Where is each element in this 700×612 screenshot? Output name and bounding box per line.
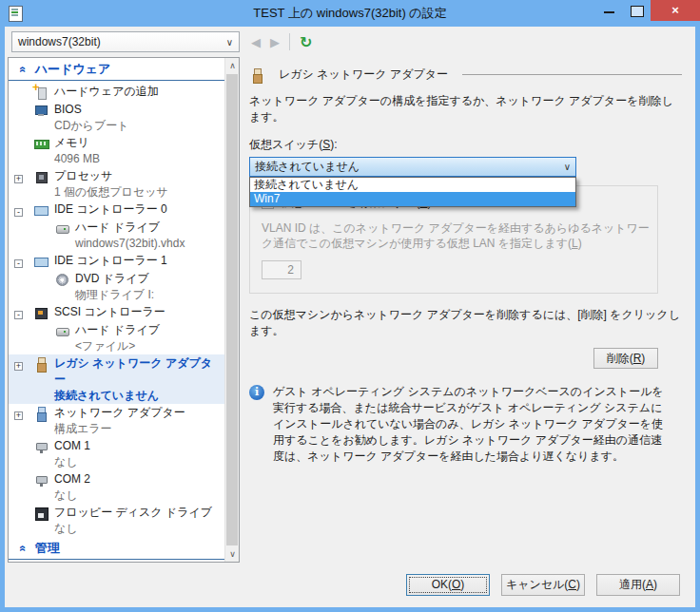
sidebar-item-ide-controller-0[interactable]: - IDE コントローラー 0	[9, 201, 224, 219]
sidebar-item-com2[interactable]: COM 2なし	[9, 470, 224, 504]
vm-selector-value: windows7(32bit)	[18, 35, 226, 48]
dvd-drive-icon	[54, 272, 69, 287]
legacy-network-adapter-icon	[33, 356, 49, 372]
info-text: ゲスト オペレーティング システムのネットワークベースのインストールを実行する場…	[273, 384, 672, 465]
dialog-footer: OK(O) キャンセル(C) 適用(A)	[5, 563, 695, 607]
scrollbar-thumb[interactable]	[226, 74, 238, 545]
collapse-section-icon: «	[16, 67, 29, 73]
hardware-section-header[interactable]: « ハードウェア	[9, 58, 224, 81]
sidebar-item-com1[interactable]: COM 1なし	[9, 437, 224, 470]
virtual-switch-dropdown-list: 接続されていません Win7	[249, 177, 576, 207]
chevron-down-icon: ∨	[226, 37, 233, 48]
back-icon[interactable]: ◀	[251, 35, 261, 49]
ide-controller-icon	[33, 254, 49, 269]
scroll-up-icon[interactable]: ∧	[225, 58, 240, 73]
forward-icon[interactable]: ▶	[270, 35, 280, 49]
sidebar-item-ide-controller-1[interactable]: - IDE コントローラー 1	[9, 252, 224, 270]
scroll-down-icon[interactable]: ∨	[225, 546, 240, 562]
processor-icon	[33, 169, 49, 184]
com-port-icon	[33, 439, 49, 454]
network-adapter-icon	[33, 406, 49, 421]
com-port-icon	[33, 472, 49, 488]
close-button[interactable]: ×	[651, 0, 700, 21]
hard-drive-icon	[54, 220, 69, 236]
sidebar-item-legacy-network-adapter[interactable]: + レガシ ネットワーク アダプター接続されていません	[9, 354, 224, 404]
collapse-icon[interactable]: -	[14, 259, 23, 268]
sidebar-item-processor[interactable]: + プロセッサ1 個の仮想プロセッサ	[9, 167, 224, 201]
info-icon: i	[249, 385, 264, 400]
sidebar-item-dvd-drive[interactable]: DVD ドライブ物理ドライブ I:	[9, 270, 224, 303]
sidebar-item-hard-drive-1[interactable]: ハード ドライブ<ファイル>	[9, 321, 224, 354]
dropdown-option-not-connected[interactable]: 接続されていません	[250, 178, 575, 192]
floppy-disk-icon	[33, 506, 49, 521]
virtual-switch-combobox[interactable]: 接続されていません ∨	[249, 157, 576, 177]
chevron-down-icon: ∨	[564, 162, 571, 172]
remove-hint: この仮想マシンからネットワーク アダプターを削除するには、[削除] をクリックし…	[249, 307, 682, 339]
minimize-button[interactable]	[595, 0, 623, 21]
sidebar-item-floppy-drive[interactable]: フロッピー ディスク ドライブなし	[9, 504, 224, 537]
virtual-switch-value: 接続されていません	[255, 159, 564, 175]
vm-selector[interactable]: windows7(32bit) ∨	[11, 31, 240, 52]
apply-button[interactable]: 適用(A)	[596, 574, 680, 596]
virtual-switch-label: 仮想スイッチ(S):	[249, 137, 682, 153]
sidebar-item-scsi-controller[interactable]: - SCSI コントローラー	[9, 303, 224, 321]
sidebar-item-hard-drive-0[interactable]: ハード ドライブwindows7(32bit).vhdx	[9, 219, 224, 252]
management-section-header[interactable]: « 管理	[9, 537, 224, 560]
sidebar-item-bios[interactable]: BIOSCDからブート	[9, 101, 224, 134]
adapter-description: ネットワーク アダプターの構成を指定するか、ネットワーク アダプターを削除します…	[249, 93, 682, 125]
settings-content-panel: レガシ ネットワーク アダプター ネットワーク アダプターの構成を指定するか、ネ…	[240, 57, 695, 563]
vlan-description: VLAN ID は、このネットワーク アダプターを経由するあらゆるネットワーク通…	[262, 220, 650, 251]
sidebar-item-add-hardware[interactable]: ハードウェアの追加	[9, 83, 224, 101]
collapse-section-icon: «	[16, 545, 29, 552]
ide-controller-icon	[33, 202, 49, 218]
memory-icon	[33, 136, 49, 151]
sidebar-item-memory[interactable]: メモリ4096 MB	[9, 134, 224, 167]
expand-icon[interactable]: +	[14, 175, 23, 183]
toolbar-separator	[289, 33, 290, 50]
expand-icon[interactable]: +	[14, 411, 23, 420]
page-title: レガシ ネットワーク アダプター	[279, 67, 448, 83]
add-hardware-icon	[33, 85, 49, 100]
vlan-id-field[interactable]: 2	[262, 260, 301, 279]
maximize-button[interactable]	[623, 0, 651, 21]
ok-button[interactable]: OK(O)	[406, 574, 490, 596]
sidebar-item-network-adapter[interactable]: + ネットワーク アダプター構成エラー	[9, 404, 224, 437]
expand-icon[interactable]: +	[14, 362, 23, 371]
settings-window: TEST 上の windows7(32bit) の設定 × windows7(3…	[0, 0, 700, 612]
scsi-controller-icon	[33, 305, 49, 320]
hard-drive-icon	[54, 323, 69, 338]
collapse-icon[interactable]: -	[14, 311, 23, 319]
refresh-icon[interactable]: ↻	[300, 33, 312, 51]
titlebar: TEST 上の windows7(32bit) の設定 ×	[0, 0, 700, 27]
hardware-tree-panel: « ハードウェア ハードウェアの追加 BIOSCDからブート メモリ4096 M…	[8, 57, 240, 563]
sidebar-scrollbar[interactable]: ∧ ∨	[224, 58, 239, 562]
bios-icon	[33, 103, 49, 118]
header-rule	[462, 74, 682, 75]
toolbar: windows7(32bit) ∨ ◀ ▶ ↻	[5, 27, 695, 57]
collapse-icon[interactable]: -	[14, 208, 23, 217]
legacy-network-adapter-icon	[249, 67, 264, 83]
dropdown-option-win7[interactable]: Win7	[250, 192, 575, 206]
cancel-button[interactable]: キャンセル(C)	[501, 574, 585, 596]
remove-button[interactable]: 削除(R)	[593, 348, 658, 369]
